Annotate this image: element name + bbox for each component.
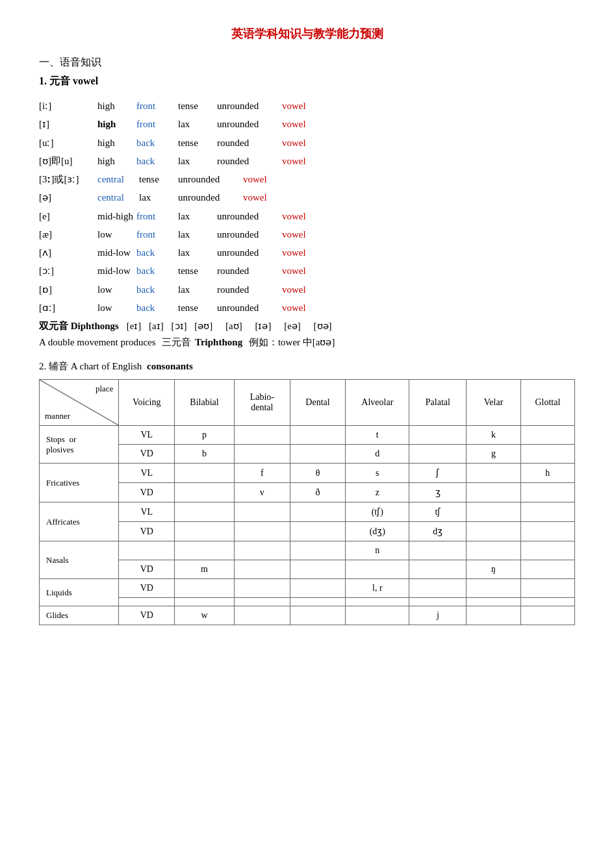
velar-g: g [467,445,520,464]
bilabial-header: Bilabial [175,380,235,426]
subsection1-heading: 1. 元音 vowel [39,75,575,88]
alveolar-t: t [346,426,409,445]
table-row: Nasals n [40,541,575,560]
table-row [40,598,575,606]
table-row: Glides VD w j [40,606,575,625]
table-row: VD b d g [40,445,575,464]
manner-affricates: Affricates [40,502,119,541]
page: 英语学科知识与教学能力预测 一、语音知识 1. 元音 vowel [iː] hi… [0,0,614,868]
manner-liquids: Liquids [40,579,119,606]
vowel-row-caret: [ʌ] mid-low back lax unrounded vowel [39,244,575,261]
palatal-header: Palatal [409,380,467,426]
table-row: VD m ŋ [40,560,575,579]
bilabial-p: p [175,426,235,445]
table-row: Liquids VD l, r [40,579,575,598]
vowel-row-u-short: [ʊ]即[u] high back lax rounded vowel [39,153,575,169]
vowel-row-i-short: [ɪ] high front lax unrounded vowel [39,116,575,132]
manner-glides: Glides [40,606,119,625]
ipa-i-long: [iː] [39,97,97,114]
vowel-row-i-long: [iː] high front tense unrounded vowel [39,97,575,114]
vowel-row-schwa: [ə] central lax unrounded vowel [39,189,575,206]
section1-heading: 一、语音知识 [39,56,575,69]
table-header-row: place manner Voicing Bilabial Labio-dent… [40,380,575,426]
voicing-header: Voicing [119,380,175,426]
voicing-vl: VL [119,426,175,445]
dental-empty1 [290,426,346,445]
vowel-row-ae: [æ] low front lax unrounded vowel [39,226,575,243]
manner-stops: Stops orplosives [40,426,119,464]
vowel-row-o-short: [ɒ] low back lax rounded vowel [39,281,575,298]
table-row: VD (dʒ) dʒ [40,522,575,541]
alveolar-header: Alveolar [346,380,409,426]
manner-fricatives: Fricatives [40,464,119,502]
labiodental-empty1 [234,426,290,445]
triphthong-row: A double movement produces 三元音 Triphthon… [39,336,575,349]
page-title: 英语学科知识与教学能力预测 [39,26,575,42]
table-row: Affricates VL (tʃ) tʃ [40,502,575,522]
dental-header: Dental [290,380,346,426]
vowel-row-schwa-long: [3ː]或[ɜː] central tense unrounded vowel [39,171,575,188]
table-row: Stops orplosives VL p t k [40,426,575,445]
vowel-row-u-long: [uː] high back tense rounded vowel [39,134,575,151]
table-row: Fricatives VL f θ s ʃ h [40,464,575,483]
glottal-empty1 [520,426,574,445]
labiodental-header: Labio-dental [234,380,290,426]
glottal-header: Glottal [520,380,574,426]
voicing-vd-stops: VD [119,445,175,464]
consonant-section: 2. 辅音 A chart of English consonants [39,360,575,625]
vowel-row-e: [e] mid-high front lax unrounded vowel [39,208,575,225]
vowel-row-a-long: [ɑː] low back tense unrounded vowel [39,299,575,316]
consonant-table: place manner Voicing Bilabial Labio-dent… [39,379,575,625]
vowel-block: [iː] high front tense unrounded vowel [ɪ… [39,97,575,316]
manner-nasals: Nasals [40,541,119,579]
palatal-empty1 [409,426,467,445]
velar-header: Velar [467,380,520,426]
bilabial-b: b [175,445,235,464]
table-row: VD v ð z ʒ [40,483,575,502]
consonant-heading: 2. 辅音 A chart of English consonants [39,360,575,373]
alveolar-d: d [346,445,409,464]
diphthong-row: 双元音 Diphthongs [eɪ] [aɪ] [ɔɪ] [əʊ] [aʊ] … [39,320,575,332]
velar-k: k [467,426,520,445]
manner-place-header: place manner [40,380,119,426]
vowel-row-open-o: [ɔː] mid-low back tense rounded vowel [39,262,575,279]
